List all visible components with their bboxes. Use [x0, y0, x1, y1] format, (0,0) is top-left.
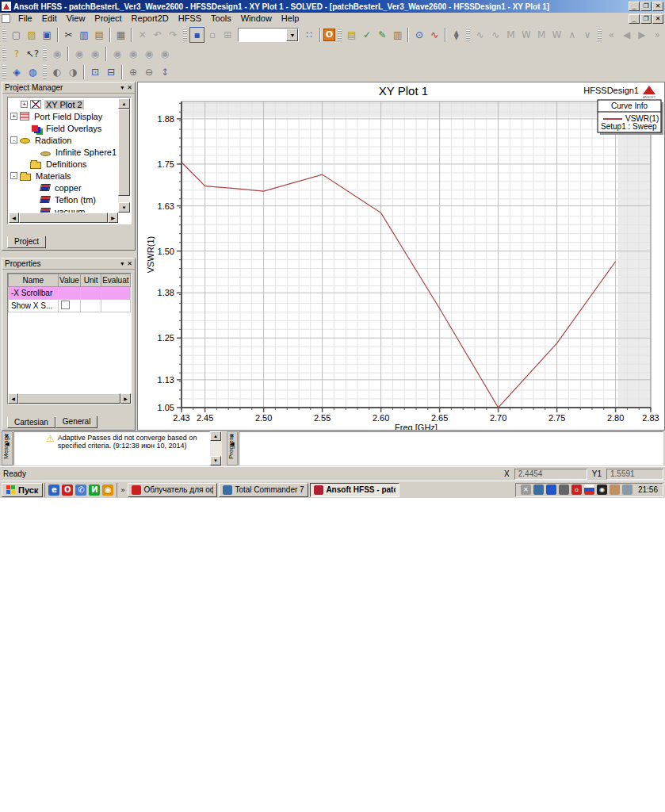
- minimize-button[interactable]: _: [629, 2, 640, 11]
- tab-project[interactable]: Project: [7, 236, 46, 248]
- save-icon[interactable]: ▣: [39, 27, 54, 43]
- browser-icon[interactable]: ◉: [102, 485, 113, 496]
- visibility-icon-3[interactable]: ◉: [87, 46, 103, 62]
- paste-icon[interactable]: ▤: [91, 27, 106, 43]
- sweep-wave-icon-5[interactable]: M: [534, 27, 549, 43]
- tree-item-copper[interactable]: copper: [9, 182, 118, 193]
- visibility-icon-6[interactable]: ◉: [141, 46, 157, 62]
- menu-hfss[interactable]: HFSS: [174, 13, 206, 25]
- collapse-icon[interactable]: -: [10, 136, 17, 144]
- tray-icon-4[interactable]: [559, 485, 569, 495]
- scroll-right-icon[interactable]: ▶: [120, 393, 131, 404]
- tree-item-field-overlays[interactable]: Field Overlays: [9, 122, 118, 134]
- toolbar-grip[interactable]: [2, 28, 6, 42]
- scroll-up-icon[interactable]: ▲: [210, 431, 221, 441]
- tree-item-definitions[interactable]: Definitions: [9, 158, 118, 170]
- scroll-up-icon[interactable]: ▲: [118, 98, 130, 109]
- tree-item-port-field-display[interactable]: +Port Field Display: [9, 110, 118, 122]
- sweep-wave-icon-7[interactable]: ∧: [564, 27, 579, 43]
- help-icon[interactable]: ?: [9, 46, 25, 62]
- properties-column-value[interactable]: Value: [58, 274, 81, 287]
- menu-project[interactable]: Project: [90, 13, 126, 25]
- properties-column-unit[interactable]: Unit: [81, 274, 101, 287]
- menu-tools[interactable]: Tools: [206, 13, 236, 25]
- child-restore-button[interactable]: ❐: [640, 14, 652, 24]
- tree-item-materials[interactable]: -Materials: [9, 170, 118, 182]
- tree-item-xy-plot-2[interactable]: +XY Plot 2: [9, 98, 118, 110]
- toolbar-grip[interactable]: [598, 28, 602, 42]
- toolbar-grip[interactable]: [2, 47, 6, 61]
- create-report-icon[interactable]: ∿: [427, 27, 442, 43]
- properties-column-name[interactable]: Name: [9, 274, 59, 287]
- scroll-right-icon[interactable]: ▶: [108, 213, 118, 223]
- visibility-icon-2[interactable]: ◉: [71, 46, 87, 62]
- toolbar-grip[interactable]: [2, 65, 6, 79]
- menu-view[interactable]: View: [62, 13, 90, 25]
- panel-menu-icon[interactable]: ▾: [120, 84, 124, 91]
- close-button[interactable]: ✕: [652, 2, 663, 11]
- nav-prev-icon[interactable]: ◀: [619, 27, 634, 43]
- nav-last-icon[interactable]: »: [650, 27, 665, 43]
- scroll-left-icon[interactable]: ◀: [9, 213, 19, 223]
- toolbar-grip[interactable]: [43, 65, 47, 79]
- expand-icon[interactable]: +: [10, 113, 17, 120]
- task-button-active[interactable]: Ansoft HFSS - patchB...: [310, 483, 399, 497]
- tray-icon-7[interactable]: ◉: [597, 485, 607, 495]
- menu-report2d[interactable]: Report2D: [127, 13, 174, 25]
- property-row[interactable]: -X Scrollbar: [9, 287, 131, 300]
- toolbar-grip[interactable]: [43, 47, 47, 61]
- task-button-inactive[interactable]: Total Commander 7.57 - ...: [219, 483, 308, 497]
- coordinate-icon[interactable]: ◍: [25, 64, 40, 80]
- restore-button[interactable]: ❐: [640, 2, 652, 11]
- open-file-icon[interactable]: ▨: [24, 27, 39, 43]
- results-icon[interactable]: ▥: [390, 27, 405, 43]
- zoom-in-icon[interactable]: ⊕: [125, 64, 141, 80]
- undo-icon[interactable]: ↶: [150, 27, 165, 43]
- pan-icon[interactable]: ◐: [49, 64, 65, 80]
- tray-icon-8[interactable]: [610, 485, 620, 495]
- toolbar-combobox[interactable]: ▼: [238, 28, 299, 42]
- toolbar-grip[interactable]: [338, 28, 342, 42]
- collapse-icon[interactable]: -: [10, 172, 17, 179]
- copy-image-icon[interactable]: ⧫: [449, 27, 464, 43]
- task-button-inactive[interactable]: Облучатель для оффсе...: [128, 483, 217, 497]
- quicklaunch-overflow-icon[interactable]: »: [119, 486, 126, 494]
- toolbar-grip[interactable]: [183, 28, 187, 42]
- child-minimize-button[interactable]: _: [629, 14, 640, 24]
- new-file-icon[interactable]: ▢: [9, 27, 24, 43]
- properties-hscrollbar[interactable]: ◀ ▶: [8, 393, 131, 404]
- scroll-left-icon[interactable]: ◀: [8, 393, 18, 404]
- zoom-search-icon[interactable]: ⊙: [411, 27, 426, 43]
- tree-item-radiation[interactable]: -Radiation: [9, 134, 118, 146]
- analyze-icon[interactable]: ✎: [375, 27, 390, 43]
- relations-icon[interactable]: ∷: [301, 27, 316, 43]
- add-sweep-icon[interactable]: ⊞: [220, 27, 235, 43]
- project-tree-vscrollbar[interactable]: ▲ ▼: [118, 98, 130, 213]
- tray-icon-2[interactable]: [533, 485, 544, 495]
- message-vscrollbar[interactable]: ▲ ▼: [210, 431, 222, 465]
- child-close-button[interactable]: ✕: [652, 14, 663, 24]
- project-tree-hscrollbar[interactable]: ◀ ▶: [9, 213, 118, 223]
- panel-close-icon[interactable]: ✕: [127, 84, 132, 91]
- combo-dropdown-icon[interactable]: ▼: [286, 29, 298, 41]
- nav-first-icon[interactable]: «: [604, 27, 619, 43]
- visibility-icon-1[interactable]: ◉: [49, 46, 65, 62]
- panel-close-icon[interactable]: ✕: [127, 260, 132, 267]
- sweep-wave-icon-1[interactable]: ∿: [472, 27, 487, 43]
- sweep-wave-icon-2[interactable]: ∿: [488, 27, 503, 43]
- menu-help[interactable]: Help: [277, 13, 304, 25]
- zoom-back-icon[interactable]: ⊟: [103, 64, 119, 80]
- visibility-icon-5[interactable]: ◉: [125, 46, 141, 62]
- zoom-out-icon[interactable]: ⊖: [141, 64, 157, 80]
- solution-data-icon[interactable]: ▤: [344, 27, 359, 43]
- tab-cartesian[interactable]: Cartesian: [7, 417, 55, 428]
- move-icon[interactable]: ◈: [9, 64, 25, 80]
- context-help-icon[interactable]: ↖?: [25, 46, 40, 62]
- xy-plot-window[interactable]: 2.432.452.502.552.602.652.702.752.802.83…: [137, 82, 665, 431]
- visibility-icon-7[interactable]: ◉: [157, 46, 173, 62]
- menu-edit[interactable]: Edit: [37, 13, 62, 25]
- property-value[interactable]: [58, 287, 81, 300]
- properties-column-evaluat[interactable]: Evaluat: [101, 274, 130, 287]
- start-button[interactable]: Пуск: [2, 483, 43, 497]
- tree-item-infinite-sphere1[interactable]: Infinite Sphere1: [9, 146, 118, 158]
